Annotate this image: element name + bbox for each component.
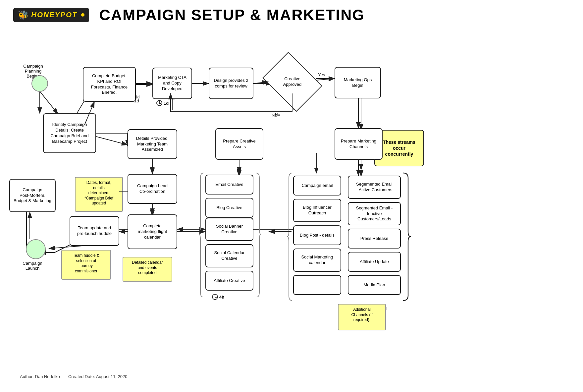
affiliate-creative-box: Affiliate Creative: [205, 271, 253, 291]
clock-1d: 1d: [156, 100, 169, 106]
clock-icon-1: [156, 100, 162, 106]
right-brace-channels: [401, 171, 411, 302]
complete-marketing-box: Completemarketing flightcalendar: [128, 214, 177, 249]
dates-format-callout: Dates, format,detailsdetermined.*Campaig…: [75, 177, 123, 212]
right-brace-creative: [254, 171, 261, 297]
campaign-email-box: Campaign email: [293, 176, 341, 196]
complete-budget-box: Complete Budget,KPI and ROIForecasts. Fi…: [83, 67, 136, 102]
svg-text:Yes: Yes: [318, 72, 325, 77]
empty-box: [293, 275, 341, 295]
segmented-email-active-box: Segemented Email- Active Customers: [348, 176, 401, 199]
svg-line-35: [49, 246, 82, 249]
clock-icon-4h: [212, 294, 218, 300]
clock-4h: 4h: [212, 294, 224, 300]
svg-line-31: [96, 137, 128, 145]
prepare-creative-box: Prepare CreativeAssets: [215, 128, 263, 160]
left-brace-channels: [287, 171, 294, 302]
logo-text: HONEYPOT: [31, 11, 77, 19]
segmented-email-inactive-box: Segmented Email -InactiveCustomers/Leads: [348, 202, 401, 225]
diagram: Yes No: [0, 27, 583, 385]
detailed-calendar-callout: Detailed calendarand eventscompleted: [123, 257, 172, 282]
1d-label-1: 1d: [134, 98, 139, 103]
social-calendar-creative-box: Social CalendarCreative: [205, 244, 253, 267]
design-provides-box: Design provides 2comps for review: [209, 68, 253, 99]
press-release-box: Press Release: [348, 229, 401, 249]
svg-text:No: No: [275, 112, 280, 117]
campaign-launch-label: CampaignLaunch: [18, 261, 47, 271]
logo-dot: [81, 13, 84, 17]
affiliate-update-box: Affiliate Update: [348, 252, 401, 272]
left-brace: [199, 171, 205, 297]
marketing-ops-box: Marketing OpsBegin: [335, 67, 381, 98]
svg-line-41: [316, 79, 335, 80]
header: 🐝 HONEYPOT CAMPAIGN SETUP & MARKETING: [0, 0, 583, 27]
page-title: CAMPAIGN SETUP & MARKETING: [99, 6, 365, 24]
email-creative-box: Email Creative: [205, 175, 253, 195]
creative-approved-diamond: CreativeApproved: [268, 64, 316, 100]
team-huddle-callout: Team huddle &selection oftourneycommisio…: [61, 250, 111, 280]
logo: 🐝 HONEYPOT: [13, 8, 89, 22]
details-provided-box: Details Provided,Marketing TeamAssembled: [128, 129, 177, 159]
social-banner-box: Social BannerCreative: [205, 218, 253, 241]
campaign-post-box: CampaignPost-Mortem.Budget & Marketing: [9, 179, 56, 212]
campaign-lead-box: Campaign LeadCo-ordination: [128, 174, 177, 204]
identify-campaign-box: Identify CampaignDetails: CreateCampaign…: [43, 113, 96, 153]
media-plan-box: Media Plan: [348, 275, 401, 295]
blog-post-box: Blog Post - details: [293, 225, 341, 245]
additional-channels-callout: AdditionalChannels (ifrequired).: [338, 304, 386, 330]
team-update-box: Team update andpre-launch huddle: [70, 216, 119, 246]
marketing-cta-box: Marketing CTAand CopyDeveloped: [152, 68, 192, 99]
campaign-launch-circle: [26, 239, 46, 259]
bee-icon: 🐝: [18, 10, 28, 20]
start-circle: [31, 75, 48, 92]
svg-text:No: No: [272, 113, 277, 118]
footnote: Author: Dan Nedelko Created Date: August…: [20, 374, 128, 379]
blog-influencer-box: Blog InfluencerOutreach: [293, 199, 341, 222]
arrow-prep-mktg: [315, 153, 318, 176]
blog-creative-box: Blog Creative: [205, 198, 253, 218]
prepare-marketing-box: Prepare MarketingChannels: [335, 128, 383, 160]
social-marketing-box: Social Marketingcalendar: [293, 249, 341, 272]
svg-line-40: [253, 82, 268, 84]
